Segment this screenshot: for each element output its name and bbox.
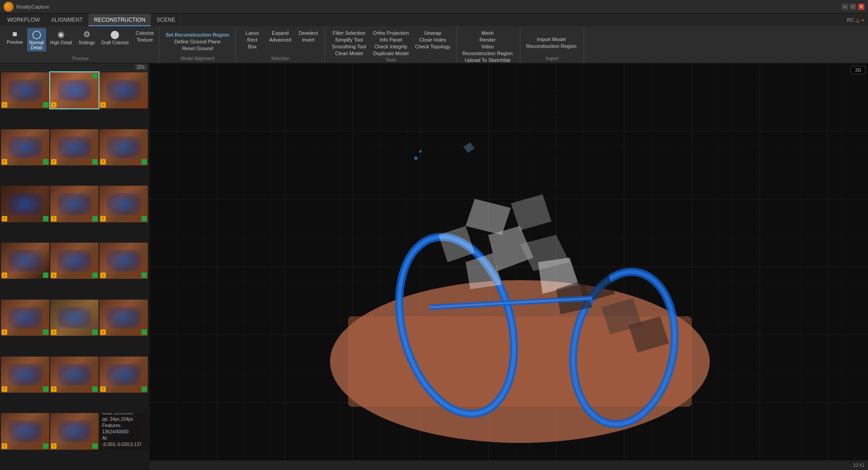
list-item[interactable]: ! xyxy=(50,243,99,279)
status-badge xyxy=(142,159,147,164)
status-badge xyxy=(92,329,98,335)
list-item[interactable]: ! IMG_20200506_111336.jpg 4608x3455 foca… xyxy=(99,413,148,449)
warning-icon: ! xyxy=(100,329,106,335)
list-item[interactable]: ! xyxy=(50,357,99,393)
ribbon-high-detail-button[interactable]: ◉ High Detail xyxy=(48,28,75,47)
app-logo xyxy=(4,2,14,12)
ribbon-import-model-button[interactable]: Import Model xyxy=(524,36,579,42)
ribbon-import-reconstruction-region-button[interactable]: Reconstruction Region xyxy=(524,43,579,49)
warning-icon: ! xyxy=(51,443,57,449)
tab-workflow[interactable]: WORKFLOW xyxy=(2,14,46,26)
warning-icon: ! xyxy=(2,443,7,449)
tab-reconstruction[interactable]: RECONSTRUCTION xyxy=(89,14,151,26)
main-layout: 2Ds ! ! ! ! ! ! ! ! ! ! ! ! ! ! ! ! ! ! … xyxy=(0,63,868,470)
list-item[interactable]: ! xyxy=(99,243,148,279)
ribbon-select-all-button[interactable]: Deselect xyxy=(294,30,322,36)
list-item[interactable]: ! xyxy=(1,243,49,279)
ribbon-clean-model-button[interactable]: Clean Model xyxy=(328,50,369,56)
warning-icon: ! xyxy=(100,159,106,164)
ribbon-group-tools: Filter Selection Ortho Projection Unwrap… xyxy=(326,26,456,63)
ribbon-reset-ground-button[interactable]: Reset Ground xyxy=(163,45,232,52)
ribbon-deselect-button[interactable]: Invert xyxy=(294,37,322,43)
warning-icon: ! xyxy=(2,329,7,335)
list-item[interactable]: ! xyxy=(50,413,99,449)
ribbon-simplify-tool-button[interactable]: Simplify Tool xyxy=(328,37,369,43)
status-badge xyxy=(92,273,98,278)
menu-tabs-bar: WORKFLOW ALIGNMENT RECONSTRUCTION SCENE … xyxy=(0,14,868,26)
minimize-button[interactable]: ‒ xyxy=(842,4,848,10)
ribbon-tools-label: Tools xyxy=(328,56,453,62)
ribbon-unwrap-button[interactable]: Unwrap xyxy=(412,30,453,36)
list-item[interactable]: ! xyxy=(99,300,148,336)
svg-point-27 xyxy=(419,150,422,153)
ribbon-draft-colorize-button[interactable]: ⬤ Draft Colorize xyxy=(99,28,131,47)
ribbon-expand-button[interactable]: Expand xyxy=(267,30,294,36)
ribbon-export-reconstruction-region-button[interactable]: Reconstruction Region xyxy=(460,50,515,56)
ribbon-advanced-button[interactable]: Advanced xyxy=(267,37,294,43)
ribbon-rect-button[interactable]: Rect xyxy=(239,37,266,43)
status-badge xyxy=(43,102,48,108)
ribbon-upload-sketchfab-button[interactable]: Upload To Sketchfab xyxy=(460,57,515,63)
ribbon-colorize-button[interactable]: Colorize xyxy=(133,30,156,36)
image-grid-badge: 2Ds xyxy=(134,64,147,70)
ribbon-info-panel-button[interactable]: Info Panel xyxy=(370,37,411,43)
warning-icon: ! xyxy=(51,329,57,335)
tooltip-position: At: -0.003,-0.030,0.137 xyxy=(102,435,145,448)
list-item[interactable]: ! xyxy=(1,129,49,165)
list-item[interactable]: ! xyxy=(1,357,49,393)
viewport[interactable]: 3D 10:41 xyxy=(149,63,868,470)
close-button[interactable]: ✕ xyxy=(858,4,864,10)
ribbon-video-button[interactable]: Video xyxy=(460,43,515,50)
ribbon-group-model-alignment: Set Reconstruction Region Define Ground … xyxy=(160,26,235,63)
list-item[interactable]: ! xyxy=(50,129,99,165)
ribbon-mesh-export-button[interactable]: Mesh xyxy=(460,30,515,36)
list-item[interactable]: ! xyxy=(1,72,49,108)
list-item[interactable]: ! xyxy=(99,186,148,222)
list-item[interactable]: ! xyxy=(50,300,99,336)
ribbon-lasso-button[interactable]: Lasso xyxy=(239,30,266,36)
image-panel-header: 2Ds xyxy=(0,63,149,71)
ribbon-preview-button[interactable]: ■ Preview xyxy=(5,28,25,46)
ribbon-set-reconstruction-region-button[interactable]: Set Reconstruction Region xyxy=(163,32,232,38)
status-badge xyxy=(43,159,48,164)
ribbon-texture-button[interactable]: Texture xyxy=(133,37,156,43)
list-item[interactable]: ! xyxy=(1,413,49,449)
warning-icon: ! xyxy=(2,159,7,164)
titlebar-controls: ‒ □ ✕ xyxy=(842,4,864,10)
ribbon-render-button[interactable]: Render xyxy=(460,37,515,43)
image-grid[interactable]: ! ! ! ! ! ! ! ! ! ! ! ! ! ! ! ! ! ! ! ! … xyxy=(0,71,149,470)
ribbon-close-holes-button[interactable]: Close Holes xyxy=(412,37,453,43)
list-item[interactable]: ! xyxy=(50,186,99,222)
tab-alignment[interactable]: ALIGNMENT xyxy=(46,14,89,26)
list-item[interactable]: ! xyxy=(1,300,49,336)
warning-icon: ! xyxy=(51,216,57,221)
draft-colorize-icon: ⬤ xyxy=(110,29,119,39)
ribbon-normal-detail-button[interactable]: ◯ Normal Detail xyxy=(27,28,46,52)
statusbar-time: 10:41 xyxy=(853,463,864,468)
settings-icon: ⚙ xyxy=(83,29,90,39)
ribbon-check-integrity-button[interactable]: Check Integrity xyxy=(370,43,411,50)
warning-icon: ! xyxy=(51,386,57,392)
status-badge xyxy=(43,329,48,335)
ribbon-smoothing-tool-button[interactable]: Smoothing Tool xyxy=(328,43,369,50)
ribbon-define-ground-plane-button[interactable]: Define Ground Plane xyxy=(163,38,232,45)
ribbon-group-selection: Lasso Expand Deselect Rect Advanced Inve… xyxy=(236,26,326,63)
list-item[interactable]: ! xyxy=(50,72,99,108)
list-item[interactable]: ! xyxy=(1,186,49,222)
ribbon-import-label: Import xyxy=(524,55,581,61)
list-item[interactable]: ! xyxy=(99,357,148,393)
ribbon-settings-button[interactable]: ⚙ Settings xyxy=(76,28,97,47)
maximize-button[interactable]: □ xyxy=(850,4,856,10)
ribbon-check-topology-button[interactable]: Check Topology xyxy=(412,43,453,50)
ribbon-ortho-projection-button[interactable]: Ortho Projection xyxy=(370,30,411,36)
ribbon-filter-selection-button[interactable]: Filter Selection xyxy=(328,30,369,36)
ribbon-box-button[interactable]: Box xyxy=(239,43,266,50)
normal-detail-icon: ◯ xyxy=(32,29,41,39)
list-item[interactable]: ! xyxy=(99,72,148,108)
list-item[interactable]: ! xyxy=(99,129,148,165)
status-badge xyxy=(92,216,98,221)
ribbon-duplicate-model-button[interactable]: Duplicate Model xyxy=(370,50,411,56)
tab-scene[interactable]: SCENE xyxy=(151,14,181,26)
status-badge xyxy=(142,273,147,278)
warning-icon: ! xyxy=(2,273,7,278)
